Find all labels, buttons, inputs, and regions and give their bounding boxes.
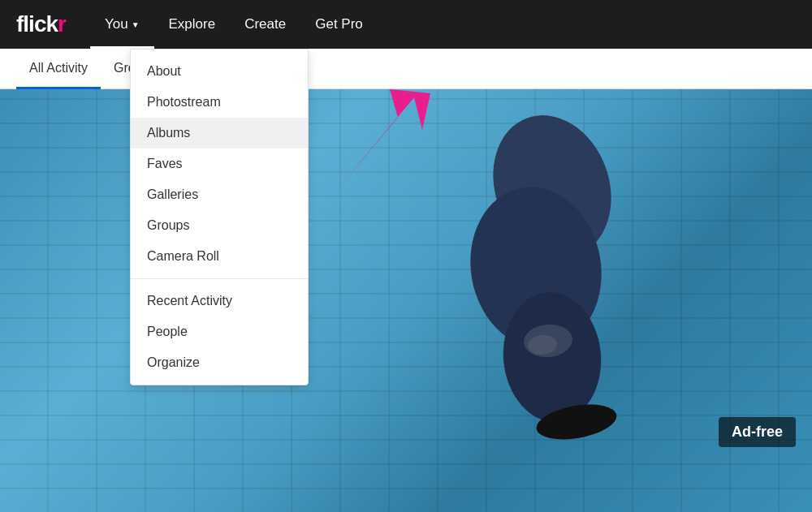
flickr-logo[interactable]: flickr (16, 11, 66, 37)
person-figure (422, 105, 650, 446)
dropdown-item-faves[interactable]: Faves (131, 148, 308, 179)
navbar-item-create[interactable]: Create (230, 0, 300, 49)
navbar-you-label: You (105, 16, 128, 32)
dropdown-item-camera-roll[interactable]: Camera Roll (131, 241, 308, 272)
dropdown-item-people[interactable]: People (131, 316, 308, 347)
dropdown-item-about[interactable]: About (131, 56, 308, 87)
dropdown-section-secondary: Recent Activity People Organize (131, 279, 308, 385)
person-svg (422, 105, 666, 454)
navbar-create-label: Create (244, 16, 286, 32)
dropdown-item-recent-activity[interactable]: Recent Activity (131, 286, 308, 316)
dropdown-section-main: About Photostream Albums Faves Galleries… (131, 49, 308, 279)
subnav-all-activity-label: All Activity (29, 61, 88, 75)
logo-flick: flick (16, 11, 58, 37)
dropdown-item-albums[interactable]: Albums (131, 118, 308, 148)
navbar-explore-label: Explore (169, 16, 216, 32)
you-dropdown-menu: About Photostream Albums Faves Galleries… (130, 49, 309, 385)
dropdown-item-photostream[interactable]: Photostream (131, 87, 308, 118)
logo-r: r (58, 11, 66, 37)
brick-texture (0, 89, 812, 512)
navbar-item-explore[interactable]: Explore (154, 0, 231, 49)
subnav: All Activity Groups (0, 49, 812, 89)
subnav-item-all-activity[interactable]: All Activity (16, 49, 101, 89)
navbar: flickr You ▼ Explore Create Get Pro (0, 0, 812, 49)
dropdown-item-groups[interactable]: Groups (131, 210, 308, 241)
navbar-item-get-pro[interactable]: Get Pro (300, 0, 378, 49)
dropdown-item-galleries[interactable]: Galleries (131, 179, 308, 210)
chevron-down-icon: ▼ (132, 20, 140, 29)
ad-free-badge[interactable]: Ad-free (719, 417, 796, 447)
navbar-item-you[interactable]: You ▼ (90, 0, 154, 49)
hero-section: Ad-free (0, 89, 812, 512)
navbar-get-pro-label: Get Pro (315, 16, 363, 32)
ad-free-label: Ad-free (732, 424, 783, 440)
navbar-nav: You ▼ Explore Create Get Pro (90, 0, 378, 49)
dropdown-item-organize[interactable]: Organize (131, 347, 308, 378)
